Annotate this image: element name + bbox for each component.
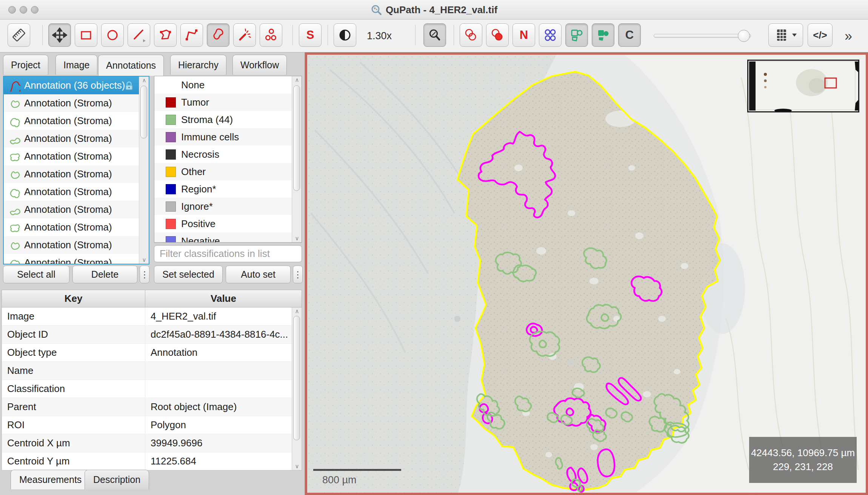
annotation-row[interactable]: Annotation (Stroma) [4, 254, 149, 264]
select-all-button[interactable]: Select all [3, 266, 69, 283]
line-icon [131, 27, 147, 43]
property-row[interactable]: ParentRoot object (Image) [2, 398, 302, 416]
class-color-swatch [166, 167, 176, 177]
brush-tool-button[interactable] [207, 23, 229, 47]
property-row[interactable]: Object typeAnnotation [2, 344, 302, 362]
fill-detections-button[interactable] [592, 23, 614, 47]
classification-filter-input[interactable] [154, 245, 302, 262]
annotation-row-label: Annotation (Stroma) [24, 257, 112, 264]
wand-tool-button[interactable] [233, 23, 256, 47]
measurement-table-button[interactable] [768, 23, 803, 47]
set-selected-button[interactable]: Set selected [154, 266, 223, 283]
show-annotations-button[interactable] [460, 23, 482, 47]
stroma-shape-icon [8, 186, 20, 198]
annotation-row[interactable]: Annotation (Stroma) [4, 130, 149, 148]
annotation-object-list[interactable]: Annotation (36 objects)Annotation (Strom… [3, 76, 149, 264]
property-row[interactable]: Object IDdc2f45a0-8891-4384-8816-4c... [2, 326, 302, 344]
class-name: Ignore* [181, 201, 213, 212]
show-detections-button[interactable] [565, 23, 588, 47]
stroma-shape-icon [8, 204, 20, 216]
brightness-contrast-button[interactable] [334, 23, 356, 47]
tab-annotations[interactable]: Annotations [98, 55, 164, 76]
annotation-row[interactable]: Annotation (Stroma) [4, 201, 149, 218]
classification-more-button[interactable]: ⋮ [293, 266, 303, 283]
tma-grid-button[interactable] [539, 23, 562, 47]
auto-set-button[interactable]: Auto set [226, 266, 291, 283]
stroma-shape-icon [8, 115, 20, 127]
classification-row-immune-cells[interactable]: Immune cells [154, 128, 302, 146]
script-editor-button[interactable]: </> [808, 23, 833, 47]
classification-list[interactable]: NoneTumorStroma (44)Immune cellsNecrosis… [154, 76, 302, 243]
delete-button[interactable]: Delete [72, 266, 137, 283]
classification-row-tumor[interactable]: Tumor [154, 94, 302, 111]
detections-filled-icon [595, 27, 611, 43]
annotation-row[interactable]: Annotation (Stroma) [4, 165, 149, 183]
classification-row-stroma-44-[interactable]: Stroma (44) [154, 111, 302, 128]
classification-row-positive[interactable]: Positive [154, 215, 302, 232]
qupath-window: QuPath - 4_HER2_val.tif [0, 0, 868, 495]
fill-annotations-button[interactable] [486, 23, 509, 47]
zoom-to-fit-button[interactable] [423, 23, 446, 47]
image-viewer[interactable]: 42443.56, 10969.75 µm 229, 231, 228 800 … [305, 52, 868, 495]
bottom-tab-description[interactable]: Description [85, 470, 149, 489]
class-color-swatch [166, 97, 176, 108]
property-row[interactable]: Image4_HER2_val.tif [2, 307, 302, 326]
measure-tool-button[interactable] [8, 23, 30, 47]
classification-row-none[interactable]: None [154, 76, 302, 94]
opacity-slider[interactable] [654, 34, 751, 38]
points-tool-button[interactable] [260, 23, 282, 47]
show-classes-button[interactable]: C [618, 23, 641, 47]
annotation-row[interactable]: Annotation (Stroma) [4, 218, 149, 236]
annotation-list-scrollbar[interactable]: ∧ ∨ [139, 77, 149, 264]
tab-project[interactable]: Project [3, 55, 48, 75]
polygon-tool-button[interactable] [154, 23, 177, 47]
annotation-row-label: Annotation (Stroma) [24, 133, 112, 145]
ruler-icon [11, 27, 27, 43]
toolbar-overflow-button[interactable]: » [845, 20, 852, 52]
classification-list-scrollbar[interactable]: ∧ ∨ [292, 76, 302, 242]
class-name: None [181, 79, 205, 91]
annotation-row-label: Annotation (Stroma) [24, 204, 112, 215]
tab-image[interactable]: Image [55, 55, 97, 75]
opacity-slider-thumb[interactable] [738, 30, 750, 42]
selection-mode-button[interactable]: S [299, 23, 322, 47]
toolbar: S 1.30x [0, 20, 868, 52]
location-micron-coords: 42443.56, 10969.75 µm [751, 447, 855, 459]
slide-canvas[interactable] [307, 55, 866, 493]
properties-key-header[interactable]: Key [2, 290, 145, 307]
ellipse-tool-button[interactable] [101, 23, 124, 47]
property-key: Classification [2, 380, 145, 398]
annotation-row[interactable]: Annotation (Stroma) [4, 236, 149, 254]
annotation-row-selected[interactable]: Annotation (36 objects) [4, 77, 149, 94]
slide-overview-thumbnail[interactable] [747, 60, 859, 112]
property-row[interactable]: Centroid X µm39949.9696 [2, 434, 302, 452]
classification-row-region-[interactable]: Region* [154, 180, 302, 198]
polyline-tool-button[interactable] [180, 23, 203, 47]
property-key: Object ID [2, 326, 145, 343]
rectangle-tool-button[interactable] [75, 23, 97, 47]
property-value: Polygon [145, 416, 302, 434]
annotation-row[interactable]: Annotation (Stroma) [4, 148, 149, 165]
properties-value-header[interactable]: Value [145, 290, 302, 307]
property-row[interactable]: ROIPolygon [2, 416, 302, 434]
annotation-row[interactable]: Annotation (Stroma) [4, 183, 149, 201]
property-row[interactable]: Centroid Y µm11225.684 [2, 452, 302, 470]
annotation-more-button[interactable]: ⋮ [140, 266, 149, 283]
tab-workflow[interactable]: Workflow [232, 55, 287, 75]
classification-row-other[interactable]: Other [154, 163, 302, 180]
bottom-tab-measurements[interactable]: Measurements [11, 470, 90, 489]
show-names-button[interactable]: N [512, 23, 535, 47]
tab-hierarchy[interactable]: Hierarchy [170, 55, 226, 75]
property-row[interactable]: Classification [2, 380, 302, 398]
classification-row-ignore-[interactable]: Ignore* [154, 198, 302, 215]
classification-row-negative[interactable]: Negative [154, 232, 302, 243]
property-row[interactable]: Name [2, 362, 302, 380]
line-tool-button[interactable] [128, 23, 150, 47]
classification-row-necrosis[interactable]: Necrosis [154, 146, 302, 163]
annotation-row[interactable]: Annotation (Stroma) [4, 112, 149, 130]
annotation-row[interactable]: Annotation (Stroma) [4, 94, 149, 112]
magnification-value[interactable]: 1.30x [367, 20, 392, 52]
properties-scrollbar[interactable]: ∧ ∨ [292, 307, 302, 470]
move-tool-button[interactable] [48, 23, 71, 47]
property-value [145, 362, 302, 380]
